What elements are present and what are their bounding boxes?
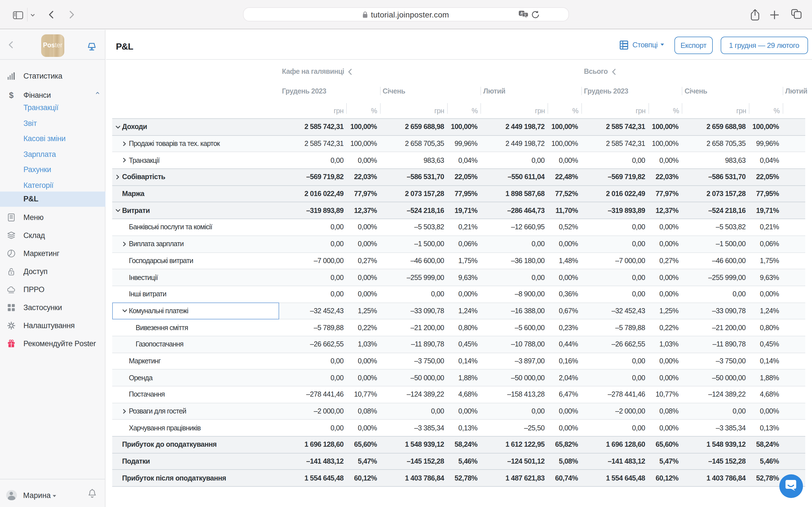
svg-text:$: $ — [9, 91, 13, 99]
svg-text:文: 文 — [523, 13, 526, 17]
